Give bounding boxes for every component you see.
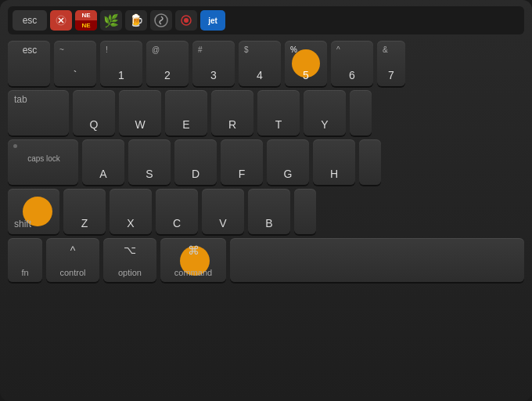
key-d[interactable]: D xyxy=(174,139,217,185)
key-3[interactable]: # 3 xyxy=(192,41,235,86)
number-row: esc ~ ` ! 1 @ 2 # 3 $ 4 xyxy=(8,41,524,86)
touchbar-leaf-icon[interactable]: 🌿 xyxy=(100,10,122,31)
key-q[interactable]: Q xyxy=(73,90,115,135)
key-v[interactable]: V xyxy=(202,189,244,234)
key-t[interactable]: T xyxy=(257,90,300,135)
key-u-partial[interactable] xyxy=(350,90,372,135)
key-capslock[interactable]: caps lock xyxy=(8,139,78,185)
key-h[interactable]: H xyxy=(313,139,355,185)
key-n-partial[interactable] xyxy=(294,189,316,234)
asdf-row: caps lock A S D F G H xyxy=(8,139,524,185)
key-5[interactable]: % 5 xyxy=(285,41,327,86)
key-control[interactable]: ^ control xyxy=(46,238,99,282)
touchbar-beer-icon[interactable]: 🍺 xyxy=(125,10,147,31)
key-g[interactable]: G xyxy=(267,139,309,185)
key-7-partial[interactable]: & 7 xyxy=(377,41,405,86)
key-r[interactable]: R xyxy=(211,90,253,135)
key-s[interactable]: S xyxy=(128,139,171,185)
key-fn[interactable]: fn xyxy=(8,238,42,282)
key-4[interactable]: $ 4 xyxy=(239,41,281,86)
key-tab[interactable]: tab xyxy=(8,90,69,135)
key-esc[interactable]: esc xyxy=(8,41,50,86)
key-c[interactable]: C xyxy=(156,189,198,234)
touchbar-jet-icon[interactable]: jet xyxy=(200,10,225,31)
key-shift-left[interactable]: shift xyxy=(8,189,59,234)
zxcv-row: shift Z X C V B xyxy=(8,189,524,234)
key-e[interactable]: E xyxy=(165,90,207,135)
caps-lock-indicator xyxy=(13,144,17,148)
key-option[interactable]: ⌥ option xyxy=(103,238,156,282)
key-z[interactable]: Z xyxy=(63,189,106,234)
keyboard: esc NE NE 🌿 🍺 xyxy=(0,0,532,401)
key-w[interactable]: W xyxy=(119,90,161,135)
key-j-partial[interactable] xyxy=(359,139,381,185)
svg-point-5 xyxy=(184,18,189,23)
touch-bar: esc NE NE 🌿 🍺 xyxy=(8,6,524,34)
key-1[interactable]: ! 1 xyxy=(100,41,142,86)
modifier-row: fn ^ control ⌥ option ⌘ command xyxy=(8,238,524,282)
key-command[interactable]: ⌘ command xyxy=(160,238,226,282)
key-a[interactable]: A xyxy=(82,139,124,185)
key-backtick[interactable]: ~ ` xyxy=(54,41,96,86)
key-b[interactable]: B xyxy=(248,189,290,234)
qwerty-row: tab Q W E R T Y xyxy=(8,90,524,135)
key-6[interactable]: ^ 6 xyxy=(331,41,373,86)
touchbar-ne-icon[interactable]: NE NE xyxy=(75,10,97,31)
touchbar-esc[interactable]: esc xyxy=(13,10,47,31)
touchbar-app-icon[interactable] xyxy=(150,10,172,31)
key-space[interactable] xyxy=(230,238,524,282)
touchbar-icons: NE NE 🌿 🍺 jet xyxy=(50,10,519,31)
touchbar-record-icon[interactable] xyxy=(175,10,197,31)
key-y[interactable]: Y xyxy=(304,90,346,135)
keyboard-keys: esc ~ ` ! 1 @ 2 # 3 $ 4 xyxy=(8,41,524,282)
touchbar-close-icon[interactable] xyxy=(50,10,72,31)
key-2[interactable]: @ 2 xyxy=(146,41,189,86)
key-x[interactable]: X xyxy=(110,189,152,234)
key-f[interactable]: F xyxy=(221,139,263,185)
